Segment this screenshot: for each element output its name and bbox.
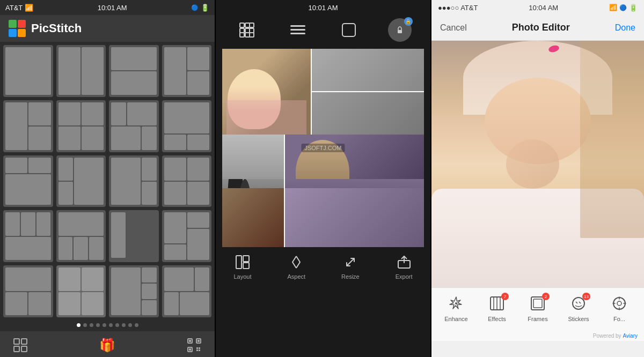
list-item[interactable] xyxy=(3,155,53,207)
dot[interactable] xyxy=(128,323,132,327)
collage-toolbar: 🔒 xyxy=(216,15,430,44)
photo-cell-7[interactable] xyxy=(285,188,424,247)
gift-icon[interactable]: 🎁 xyxy=(98,336,117,355)
layout-grid xyxy=(0,42,215,321)
menu-button[interactable] xyxy=(286,18,310,42)
svg-rect-26 xyxy=(342,24,355,36)
picstitch-panel: AT&T 📶 10:01 AM 🔵 🔋 PicStitch xyxy=(0,0,215,357)
dot[interactable] xyxy=(83,323,87,327)
app-logo xyxy=(9,20,26,37)
list-item[interactable] xyxy=(3,100,53,152)
list-item[interactable] xyxy=(56,100,106,152)
list-item[interactable] xyxy=(3,45,53,97)
svg-point-33 xyxy=(455,302,457,304)
logo-q3 xyxy=(9,29,17,37)
status-icons-3: 📶 🔵 🔋 xyxy=(609,4,638,12)
bluetooth-icon-3: 🔵 xyxy=(619,4,627,11)
effects-label: Effects xyxy=(488,316,506,322)
list-item[interactable] xyxy=(162,100,212,152)
svg-rect-1 xyxy=(21,339,27,344)
photo-cell-2[interactable] xyxy=(312,49,424,91)
list-item[interactable] xyxy=(162,45,212,97)
time-text-3: 10:04 AM xyxy=(529,4,558,12)
list-item[interactable] xyxy=(3,265,53,317)
layout-tool[interactable]: Layout xyxy=(233,255,251,280)
list-item[interactable] xyxy=(162,155,212,207)
frames-tool[interactable]: 2 Frames xyxy=(522,296,554,322)
photo-cell-1[interactable] xyxy=(222,49,311,135)
list-item[interactable] xyxy=(56,265,106,317)
dot-active[interactable] xyxy=(77,323,80,327)
enhance-tool[interactable]: Enhance xyxy=(440,296,472,322)
list-item[interactable] xyxy=(162,210,212,262)
logo-q1 xyxy=(9,20,17,28)
export-icon xyxy=(397,255,411,272)
wifi-icon: 📶 xyxy=(25,4,33,12)
frame-button[interactable] xyxy=(337,18,361,42)
dot[interactable] xyxy=(122,323,126,327)
svg-rect-29 xyxy=(236,256,241,269)
export-tool[interactable]: Export xyxy=(396,255,413,280)
svg-rect-14 xyxy=(240,23,244,27)
list-item[interactable] xyxy=(56,210,106,262)
collage-canvas[interactable]: JSOFTJ.COM xyxy=(222,49,424,247)
export-label: Export xyxy=(396,273,413,280)
lock-badge: 🔒 xyxy=(404,17,413,26)
stickers-badge: 13 xyxy=(582,293,590,300)
svg-rect-23 xyxy=(290,25,305,27)
list-item[interactable] xyxy=(109,210,159,262)
lock-button[interactable]: 🔒 xyxy=(388,18,412,42)
qr-icon[interactable] xyxy=(185,336,204,355)
svg-rect-19 xyxy=(250,28,254,33)
effects-badge: 7 xyxy=(501,293,509,300)
list-item[interactable] xyxy=(56,45,106,97)
aviary-brand: Aviary xyxy=(623,333,638,339)
grid-icon[interactable] xyxy=(11,336,30,355)
status-bar-2: 10:01 AM xyxy=(216,0,430,15)
list-item[interactable] xyxy=(109,100,159,152)
app-title: PicStitch xyxy=(31,21,82,35)
svg-rect-22 xyxy=(250,33,254,37)
layout-icon xyxy=(236,255,250,272)
list-item[interactable] xyxy=(109,265,159,317)
aspect-tool[interactable]: Aspect xyxy=(287,255,305,280)
photo-cell-3[interactable] xyxy=(312,92,424,135)
dot[interactable] xyxy=(103,323,106,327)
aspect-label: Aspect xyxy=(287,273,305,280)
stickers-tool[interactable]: 13 Stickers xyxy=(562,296,595,322)
svg-rect-21 xyxy=(245,33,250,37)
list-item[interactable] xyxy=(3,210,53,262)
photo-editor-panel: ●●●○○ AT&T 10:04 AM 📶 🔵 🔋 Cancel Photo E… xyxy=(431,0,644,357)
grid-layout-button[interactable] xyxy=(235,18,259,42)
photo-cell-6[interactable] xyxy=(222,188,284,247)
svg-rect-13 xyxy=(199,349,200,351)
svg-rect-28 xyxy=(398,30,402,33)
status-bar-1: AT&T 📶 10:01 AM 🔵 🔋 xyxy=(0,0,215,15)
svg-point-40 xyxy=(573,298,584,309)
resize-label: Resize xyxy=(341,273,360,280)
bottom-toolbar: 🎁 xyxy=(0,331,215,357)
photo-1 xyxy=(222,49,311,135)
bluetooth-icon: 🔵 xyxy=(191,4,199,11)
dot[interactable] xyxy=(115,323,119,327)
dot[interactable] xyxy=(96,323,100,327)
list-item[interactable] xyxy=(109,155,159,207)
list-item[interactable] xyxy=(56,155,106,207)
resize-icon xyxy=(343,255,357,272)
cancel-button[interactable]: Cancel xyxy=(440,23,467,33)
dot[interactable] xyxy=(135,323,138,327)
done-button[interactable]: Done xyxy=(615,23,635,33)
page-title: Photo Editor xyxy=(512,22,570,33)
dot[interactable] xyxy=(109,323,113,327)
svg-rect-10 xyxy=(196,347,198,349)
frames-label: Frames xyxy=(528,316,547,322)
dot[interactable] xyxy=(90,323,93,327)
resize-tool[interactable]: Resize xyxy=(341,255,360,280)
focus-tool[interactable]: Fo... xyxy=(603,296,635,322)
effects-tool[interactable]: 7 Effects xyxy=(481,296,513,322)
svg-rect-39 xyxy=(533,299,542,308)
collage-panel: 10:01 AM xyxy=(216,0,430,357)
editor-header: Cancel Photo Editor Done xyxy=(431,15,644,41)
list-item[interactable] xyxy=(162,265,212,317)
list-item[interactable] xyxy=(109,45,159,97)
